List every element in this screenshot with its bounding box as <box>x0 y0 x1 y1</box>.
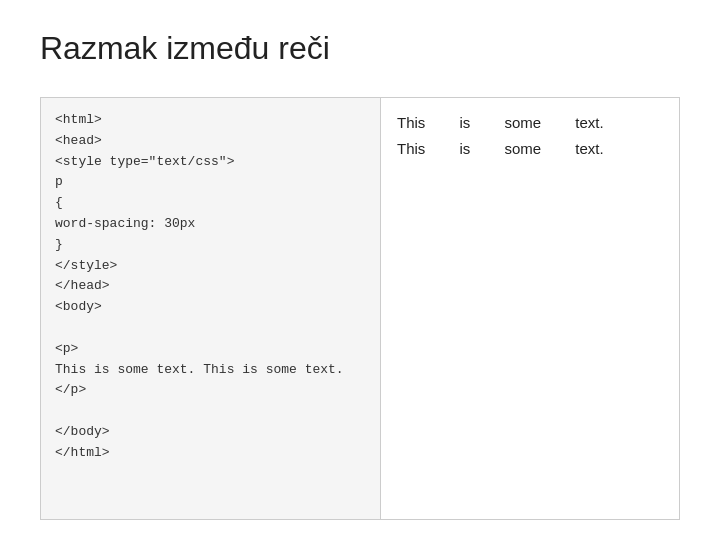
page: Razmak između reči <html> <head> <style … <box>0 0 720 540</box>
preview-text: This is some text. This is some text. <box>397 110 663 161</box>
page-title: Razmak između reči <box>40 30 680 67</box>
preview-panel: This is some text. This is some text. <box>381 98 679 519</box>
code-panel: <html> <head> <style type="text/css"> p … <box>41 98 381 519</box>
content-area: <html> <head> <style type="text/css"> p … <box>40 97 680 520</box>
